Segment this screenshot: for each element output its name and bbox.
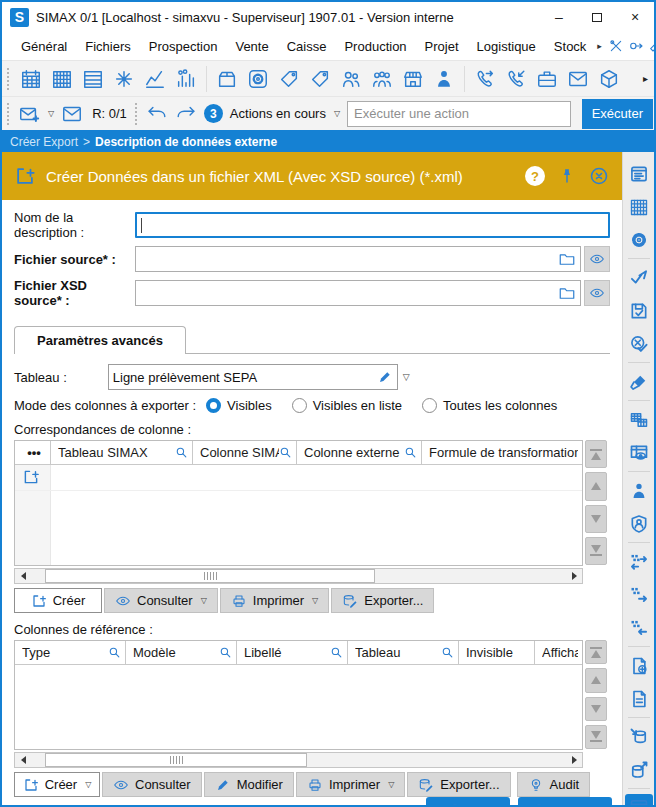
search-icon[interactable] [175,446,188,459]
scroll-up-button[interactable] [585,472,607,500]
search-icon[interactable] [279,446,292,459]
toolbar-grip[interactable] [6,67,11,91]
new-mail-icon[interactable] [18,103,40,125]
data-import-icon[interactable] [625,614,653,642]
search-icon[interactable] [108,646,121,659]
new-mail-dropdown-icon[interactable]: ▽ [48,109,54,118]
tableau-select[interactable]: Ligne prélèvement SEPA [108,364,398,390]
hscroll-thumb[interactable] [45,569,375,583]
menu-fichiers[interactable]: Fichiers [76,39,140,54]
references-hscrollbar[interactable] [14,752,583,768]
col-header-tableau[interactable]: Tableau [348,641,459,664]
cancel-validate-icon[interactable] [625,330,653,358]
export-button[interactable]: Exporter... [407,772,510,797]
gear-box-icon[interactable] [247,68,269,90]
scroll-left-button[interactable] [15,753,31,767]
help-button[interactable]: ? [524,165,546,187]
menu-projet[interactable]: Projet [416,39,468,54]
col-header-invisible[interactable]: Invisible [459,641,535,664]
audit-button[interactable]: Audit [517,772,591,797]
export-button[interactable]: Exporter... [331,588,434,613]
cube-icon[interactable] [598,68,620,90]
document-add-icon[interactable] [625,652,653,680]
close-button[interactable]: × [616,2,654,32]
table-eye-icon[interactable] [625,439,653,467]
menu-general[interactable]: Général [12,39,76,54]
col-header-affichage[interactable]: Affichag [535,641,582,664]
connector-icon[interactable] [628,38,644,54]
col-header-libelle[interactable]: Libellé [237,641,348,664]
search-icon[interactable] [441,646,454,659]
briefcase-icon[interactable] [536,68,558,90]
contacts-icon[interactable] [340,68,362,90]
scroll-right-button[interactable] [566,569,582,583]
stats-icon[interactable] [175,68,197,90]
close-panel-button[interactable] [588,165,610,187]
pin-button[interactable] [556,165,578,187]
scroll-right-button[interactable] [566,753,582,767]
create-button[interactable]: Créer [14,588,102,613]
col-header-colonne-simax[interactable]: Colonne SIMAX [193,441,297,464]
data-export-icon[interactable] [625,581,653,609]
tab-parametres-avances[interactable]: Paramètres avancés [14,326,186,354]
col-header-colonne-externe[interactable]: Colonne externe [297,441,422,464]
toolbar-overflow-icon[interactable]: ▸ [643,73,648,84]
data-sync-icon[interactable] [625,548,653,576]
folder-browse-icon[interactable] [558,250,576,268]
database-export-icon[interactable] [625,756,653,784]
print-button[interactable]: Imprimer▽ [220,588,329,613]
menu-vente[interactable]: Vente [226,39,277,54]
burst-icon[interactable] [113,68,135,90]
print-button[interactable]: Imprimer▽ [296,772,405,797]
redo-icon[interactable] [175,103,197,125]
toolbar-grip[interactable] [6,102,11,126]
description-name-input[interactable] [135,212,610,238]
menu-stock[interactable]: Stock [545,39,596,54]
consult-button[interactable]: Consulter [102,772,202,797]
store-icon[interactable] [402,68,424,90]
document-icon[interactable] [625,685,653,713]
consult-button[interactable]: Consulter▽ [104,588,218,613]
search-icon[interactable] [219,646,232,659]
xsd-view-button[interactable] [584,280,610,306]
breadcrumb-parent[interactable]: Créer Export [10,135,78,149]
form-view-icon[interactable] [625,160,653,188]
user-icon[interactable] [625,477,653,505]
correspondances-body[interactable] [15,465,582,565]
search-icon[interactable] [404,446,417,459]
undo-icon[interactable] [146,103,168,125]
group-icon[interactable] [371,68,393,90]
scroll-up-button[interactable] [585,668,607,692]
col-header-formule[interactable]: Formule de transformation [422,441,582,464]
pending-actions-dropdown-icon[interactable]: ▽ [334,109,340,118]
tables-icon[interactable] [625,406,653,434]
edit-pencil-icon[interactable] [377,369,393,385]
add-row-button[interactable] [22,468,40,490]
minimize-button[interactable]: – [540,2,578,32]
scroll-down-button[interactable] [585,505,607,533]
database-import-icon[interactable] [625,723,653,751]
save-icon[interactable] [625,297,653,325]
radio-toutes-les-colonnes[interactable]: Toutes les colonnes [422,398,557,413]
xsd-file-input[interactable] [135,280,581,306]
source-view-button[interactable] [584,246,610,272]
calendar-icon[interactable] [20,68,42,90]
menu-production[interactable]: Production [335,39,415,54]
tableau-dropdown-icon[interactable]: ▽ [403,372,410,382]
planning-grid-icon[interactable] [51,68,73,90]
scroll-left-button[interactable] [15,569,31,583]
menu-overflow-icon[interactable]: ▸ [597,41,602,51]
user-shield-icon[interactable] [625,510,653,538]
table-view-icon[interactable] [625,193,653,221]
correspondances-hscrollbar[interactable] [14,568,583,584]
execute-button[interactable]: Exécuter [582,99,653,129]
create-button[interactable]: Créer▽ [14,772,100,797]
tools-icon[interactable] [608,38,624,54]
radio-visibles[interactable]: Visibles [206,398,272,413]
mail-icon[interactable] [61,103,83,125]
settings-gear-icon[interactable] [625,226,653,254]
col-header-options[interactable]: ••• [15,441,51,464]
menu-logistique[interactable]: Logistique [468,39,545,54]
paintbrush-icon[interactable] [625,368,653,396]
tag-icon[interactable] [278,68,300,90]
